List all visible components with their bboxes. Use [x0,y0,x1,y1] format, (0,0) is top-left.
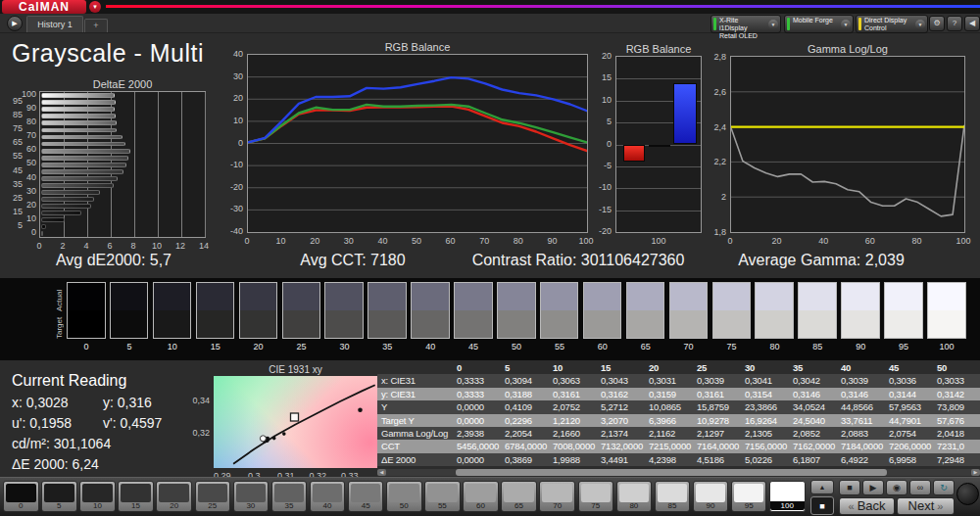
table-cell: 7215,0000 [645,440,693,452]
rgb-balance-line-chart [247,54,588,233]
pattern-level-button-55[interactable]: 55 [424,481,461,512]
y-tick-label: -30 [221,204,243,213]
loop-button[interactable]: ↻ [933,480,955,495]
pattern-level-button-95[interactable]: 95 [731,481,767,512]
swatch-actual [455,283,492,310]
pattern-level-button-20[interactable]: 20 [156,481,192,512]
table-cell: 2,0418 [933,427,980,440]
table-cell: 0,3039 [837,374,885,387]
swatch-target [368,310,406,338]
pattern-level-button-60[interactable]: 60 [463,481,499,512]
back-button[interactable]: « Back [839,497,895,515]
pattern-color [772,484,803,502]
pattern-level-button-25[interactable]: 25 [195,481,231,512]
table-cell: 2,1297 [693,427,741,440]
pattern-level-button-45[interactable]: 45 [348,481,384,512]
pattern-level-button-80[interactable]: 80 [616,481,653,512]
swatch-level-label: 45 [452,342,495,352]
y-tick-label: -5 [590,161,612,170]
table-col-header: 50 [933,361,980,374]
tab-history-1[interactable]: History 1 [26,16,83,32]
table-row: CCT5456,00006784,00007008,00007132,00007… [377,440,980,452]
scroll-right-button[interactable]: ▶ [971,469,980,476]
pattern-level-button-0[interactable]: 0 [3,481,39,512]
pattern-level-button-50[interactable]: 50 [386,481,422,512]
swatch-target [713,310,751,338]
pattern-level-button-90[interactable]: 90 [693,481,729,512]
meter-button-3[interactable]: Direct Display Control▼ [856,15,928,33]
x-tick-label: 4 [78,241,94,251]
table-row: y: CIE310,33330,31880,31610,31620,31590,… [377,388,980,400]
pattern-level-button-65[interactable]: 65 [501,481,537,512]
cie-chart [214,376,377,468]
chevron-down-icon[interactable]: ▼ [915,20,925,29]
x-tick-label: 14 [196,241,212,251]
table-cell: 2,0852 [789,427,837,440]
meter-button-2[interactable]: Mobile Forge▼ [784,15,854,33]
table-cell: 34,0524 [789,400,837,413]
meter-label: X-Rite i1Display Retail OLED [719,17,766,40]
pattern-level-button-85[interactable]: 85 [655,481,691,512]
next-button[interactable]: Next » [897,497,955,515]
table-cell: 0,3094 [501,374,549,387]
swatch-target [627,310,664,338]
pattern-level-button-35[interactable]: 35 [271,481,308,512]
pattern-level-button-70[interactable]: 70 [539,481,575,512]
measure-icon: ◉ [893,483,901,493]
pattern-level-button-15[interactable]: 15 [118,481,154,512]
x-tick-label: 20 [767,236,787,246]
target-point-square [291,413,299,421]
pattern-level-button-30[interactable]: 30 [233,481,270,512]
pattern-level-label: 20 [157,501,191,510]
settings-button[interactable]: ⚙ [929,16,945,31]
table-cell: 4,2398 [645,453,693,466]
chevron-down-icon[interactable]: ▼ [768,20,778,29]
table-cell: 0,3063 [549,374,597,387]
grayscale-swatch [884,282,923,339]
play-button[interactable]: ▶ [862,480,884,495]
deltae-bar [41,107,115,112]
swatch-level-label: 65 [624,342,667,352]
swatch-target [325,310,363,338]
meter-status-bar [713,18,716,30]
pattern-level-label: 5 [42,501,76,510]
y-tick-label: 2,6 [705,87,726,97]
pattern-level-button-40[interactable]: 40 [310,481,346,512]
pattern-level-button-10[interactable]: 10 [79,481,116,512]
chevron-down-icon[interactable]: ▼ [841,20,851,29]
pattern-level-button-75[interactable]: 75 [578,481,614,512]
pattern-level-label: 35 [272,501,307,510]
play-icon: ▶ [870,483,877,493]
chevron-left-icon: « [848,500,857,512]
table-cell: 0,3146 [837,388,885,400]
table-row-label: y: CIE31 [377,388,453,400]
swatch-actual [197,283,234,310]
pattern-up-button[interactable]: ▲ [810,480,834,494]
grayscale-comparison-strip: ActualTarget0510152025303540455055606570… [0,278,980,360]
pattern-level-label: 55 [425,501,460,510]
new-tab-button[interactable]: + [84,19,108,32]
meter-button-1[interactable]: X-Rite i1Display Retail OLED▼ [710,15,781,33]
table-cell: 0,3161 [693,388,741,400]
logo-dropdown-icon[interactable]: ▼ [89,1,101,13]
calman-logo-button[interactable]: CalMAN [2,0,86,14]
pattern-window-button[interactable]: ■ [810,496,834,515]
table-cell: 0,3041 [741,374,789,387]
continuous-button[interactable]: ∞ [909,480,931,495]
loop-icon: ↻ [940,483,948,493]
deltae-bar [41,128,117,133]
table-scrollbar[interactable]: ◀ ▶ [377,469,980,476]
pattern-level-button-5[interactable]: 5 [41,481,77,512]
collapse-button[interactable]: ◀ [964,16,980,31]
help-button[interactable]: ? [947,16,962,31]
scroll-left-button[interactable]: ◀ [377,469,386,476]
grayscale-swatch [153,282,192,339]
measure-button[interactable]: ◉ [886,480,907,495]
table-cell: 6,3966 [645,414,693,427]
grayscale-swatch [324,282,364,339]
session-play-button[interactable]: ▶ [7,16,23,31]
pattern-level-button-100[interactable]: 100 [769,481,806,512]
stop-button[interactable]: ■ [839,480,860,495]
scrollbar-thumb[interactable] [456,469,887,476]
swatch-actual [885,283,922,310]
